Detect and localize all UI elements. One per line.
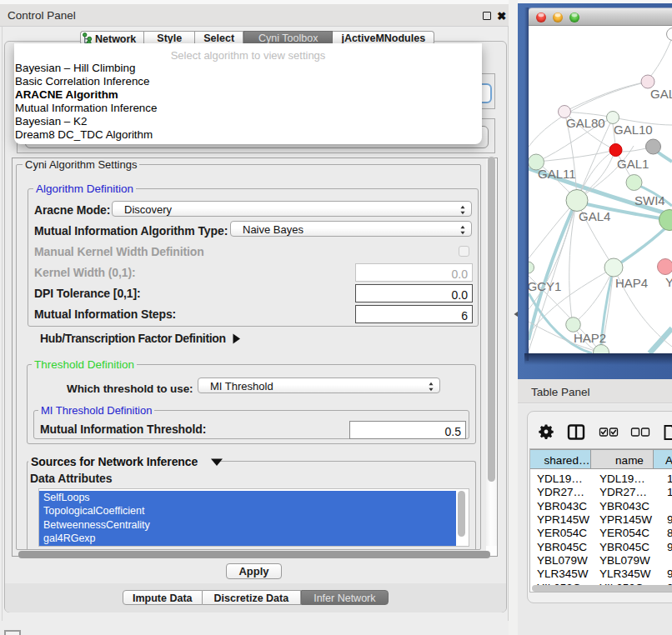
svg-text:GAL1: GAL1 xyxy=(617,157,649,171)
svg-text:GAL10: GAL10 xyxy=(614,122,653,137)
svg-text:GCY1: GCY1 xyxy=(529,279,561,293)
svg-text:GAL80: GAL80 xyxy=(566,116,605,130)
svg-text:GAL: GAL xyxy=(650,87,672,101)
svg-text:GAL4: GAL4 xyxy=(579,209,610,223)
svg-text:SWI4: SWI4 xyxy=(634,193,665,208)
svg-text:HAP2: HAP2 xyxy=(574,331,606,345)
svg-text:Y: Y xyxy=(665,275,672,289)
svg-text:HAP4: HAP4 xyxy=(615,276,648,290)
svg-text:GAL11: GAL11 xyxy=(538,167,576,181)
